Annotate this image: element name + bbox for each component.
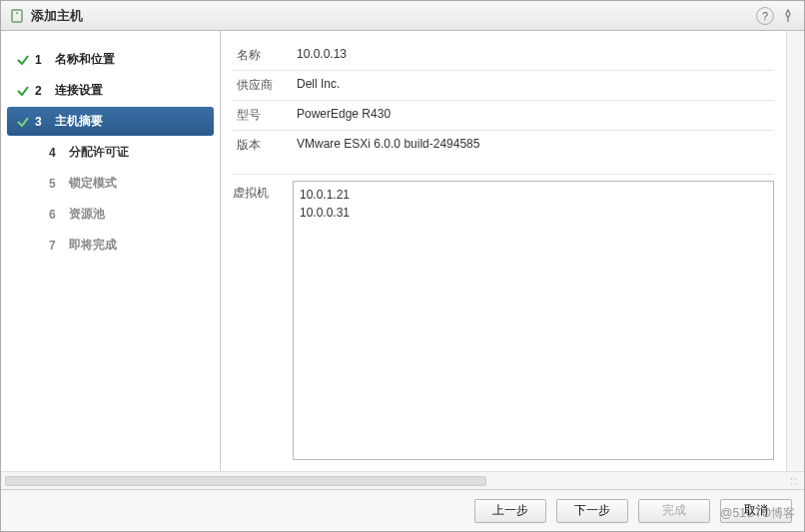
- finish-button: 完成: [638, 499, 710, 523]
- step-resource-pool: 6 资源池: [21, 200, 214, 229]
- step-lockdown-mode: 5 锁定模式: [21, 169, 214, 198]
- resize-grip-icon: ::: [784, 475, 804, 486]
- host-vendor-value: Dell Inc.: [297, 77, 770, 94]
- step-name-location[interactable]: 1 名称和位置: [7, 45, 214, 74]
- summary-row-name: 名称 10.0.0.13: [233, 41, 774, 71]
- vm-item: 10.0.0.31: [300, 204, 767, 222]
- step-ready-complete: 7 即将完成: [21, 231, 214, 260]
- host-name-value: 10.0.0.13: [297, 47, 770, 64]
- check-icon: [15, 83, 31, 99]
- body: 1 名称和位置 2 连接设置 3 主机摘要 4 分配许可证 5 锁定模式: [1, 31, 804, 471]
- vm-item: 10.0.1.21: [300, 186, 767, 204]
- titlebar: 添加主机 ?: [1, 1, 804, 31]
- host-summary-table: 名称 10.0.0.13 供应商 Dell Inc. 型号 PowerEdge …: [221, 31, 786, 170]
- help-icon[interactable]: ?: [756, 7, 774, 25]
- vertical-scrollbar[interactable]: [786, 31, 804, 471]
- add-host-wizard: 添加主机 ? 1 名称和位置 2 连接设置 3 主机摘要: [0, 0, 805, 532]
- step-connection-settings[interactable]: 2 连接设置: [7, 76, 214, 105]
- back-button[interactable]: 上一步: [474, 499, 546, 523]
- window-title: 添加主机: [31, 7, 756, 25]
- summary-row-model: 型号 PowerEdge R430: [233, 101, 774, 131]
- wizard-footer: 上一步 下一步 完成 取消: [1, 489, 804, 531]
- svg-rect-0: [12, 10, 22, 22]
- step-host-summary[interactable]: 3 主机摘要: [7, 107, 214, 136]
- host-icon: [9, 8, 25, 24]
- next-button[interactable]: 下一步: [556, 499, 628, 523]
- watermark: @51CTO博客: [720, 505, 795, 522]
- wizard-steps: 1 名称和位置 2 连接设置 3 主机摘要 4 分配许可证 5 锁定模式: [1, 31, 221, 471]
- summary-row-vendor: 供应商 Dell Inc.: [233, 71, 774, 101]
- scrollbar-thumb[interactable]: [5, 476, 486, 486]
- host-version-value: VMware ESXi 6.0.0 build-2494585: [297, 137, 770, 154]
- host-model-value: PowerEdge R430: [297, 107, 770, 124]
- horizontal-scrollbar[interactable]: ::: [1, 471, 804, 489]
- pin-icon[interactable]: [780, 8, 796, 24]
- svg-point-1: [16, 12, 18, 14]
- check-icon: [15, 52, 31, 68]
- vm-list[interactable]: 10.0.1.21 10.0.0.31: [293, 181, 774, 460]
- check-icon: [15, 114, 31, 130]
- summary-row-version: 版本 VMware ESXi 6.0.0 build-2494585: [233, 131, 774, 160]
- main-panel: 名称 10.0.0.13 供应商 Dell Inc. 型号 PowerEdge …: [221, 31, 786, 471]
- vm-panel: 虚拟机 10.0.1.21 10.0.0.31: [233, 174, 774, 461]
- step-assign-license[interactable]: 4 分配许可证: [21, 138, 214, 167]
